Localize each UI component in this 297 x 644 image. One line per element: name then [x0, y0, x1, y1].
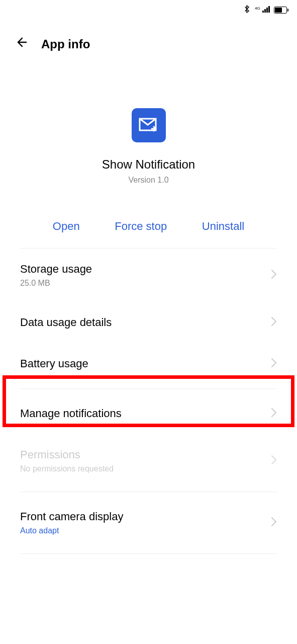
uninstall-button[interactable]: Uninstall	[202, 220, 244, 233]
divider	[20, 553, 277, 554]
action-buttons: Open Force stop Uninstall	[20, 205, 277, 249]
back-arrow-icon[interactable]	[15, 35, 29, 53]
storage-subtitle: 25.0 MB	[20, 279, 92, 288]
divider	[20, 388, 277, 389]
chevron-right-icon	[271, 517, 277, 529]
app-info-section: Show Notification Version 1.0	[0, 63, 297, 205]
force-stop-button[interactable]: Force stop	[115, 220, 167, 233]
chevron-right-icon	[271, 408, 277, 420]
front-camera-item[interactable]: Front camera display Auto adapt	[20, 496, 277, 549]
signal-icon	[262, 6, 270, 13]
battery-usage-item[interactable]: Battery usage	[20, 343, 277, 384]
permissions-title: Permissions	[20, 448, 114, 461]
permissions-subtitle: No permissions requested	[20, 464, 114, 473]
header: App info	[0, 20, 297, 63]
chevron-right-icon	[271, 455, 277, 467]
data-usage-title: Data usage details	[20, 316, 112, 329]
permissions-item[interactable]: Permissions No permissions requested	[20, 434, 277, 488]
network-label: 4G	[255, 6, 270, 15]
open-button[interactable]: Open	[53, 220, 80, 233]
manage-notifications-item[interactable]: Manage notifications	[20, 393, 277, 434]
chevron-right-icon	[271, 358, 277, 370]
app-version: Version 1.0	[128, 176, 168, 185]
divider	[20, 492, 277, 492]
front-camera-subtitle: Auto adapt	[20, 526, 123, 535]
storage-title: Storage usage	[20, 263, 92, 276]
chevron-right-icon	[271, 316, 277, 329]
notifications-title: Manage notifications	[20, 407, 122, 420]
status-bar: 4G	[0, 0, 297, 20]
page-title: App info	[41, 37, 90, 51]
chevron-right-icon	[271, 269, 277, 282]
battery-icon	[274, 7, 287, 14]
bluetooth-icon	[244, 5, 251, 15]
front-camera-title: Front camera display	[20, 510, 123, 523]
settings-list: Storage usage 25.0 MB Data usage details…	[0, 249, 297, 554]
app-name: Show Notification	[102, 157, 195, 172]
storage-usage-item[interactable]: Storage usage 25.0 MB	[20, 249, 277, 302]
app-icon	[132, 108, 166, 142]
battery-title: Battery usage	[20, 357, 88, 370]
data-usage-item[interactable]: Data usage details	[20, 302, 277, 343]
